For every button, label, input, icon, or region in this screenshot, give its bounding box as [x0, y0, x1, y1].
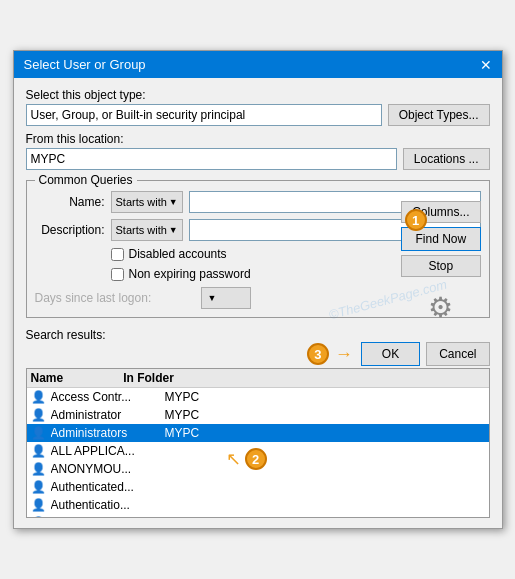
disabled-label: Disabled accounts: [129, 247, 227, 261]
results-list[interactable]: Name In Folder 👤 Access Contr... MYPC 👤 …: [26, 368, 490, 518]
ok-cancel-row: 3 → OK Cancel: [307, 342, 490, 366]
locations-button[interactable]: Locations ...: [403, 148, 490, 170]
table-row[interactable]: 👤 Administrators MYPC: [27, 424, 489, 442]
user-icon: 👤: [31, 461, 47, 477]
common-queries-group: Common Queries Name: Starts with ▼ Descr…: [26, 180, 490, 318]
gear-icon: ⚙: [428, 291, 453, 324]
description-label: Description:: [35, 223, 105, 237]
results-columns: Name In Folder: [27, 369, 489, 388]
user-icon: 👤: [31, 515, 47, 518]
user-icon: 👤: [31, 389, 47, 405]
non-expiring-label: Non expiring password: [129, 267, 251, 281]
user-icon: 👤: [31, 425, 47, 441]
search-results-label: Search results:: [26, 328, 490, 342]
user-icon: 👤: [31, 407, 47, 423]
callout-2: 2: [245, 448, 267, 470]
result-name: Access Contr...: [51, 390, 161, 404]
dialog-body: Select this object type: Object Types...…: [14, 78, 502, 528]
disabled-checkbox[interactable]: [111, 248, 124, 261]
name-dropdown[interactable]: Starts with ▼: [111, 191, 183, 213]
title-bar: Select User or Group ✕: [14, 51, 502, 78]
search-results-section: Search results: 3 → OK Cancel Name In Fo…: [26, 324, 490, 518]
callout-1-container: 1: [405, 209, 427, 231]
object-type-row: Object Types...: [26, 104, 490, 126]
table-row[interactable]: 👤 Backup Oper... MYPC: [27, 514, 489, 518]
result-name: Administrator: [51, 408, 161, 422]
callout-2-container: ↖ 2: [226, 448, 267, 470]
result-name: Authenticatio...: [51, 498, 161, 512]
col-name: Name: [31, 371, 64, 385]
ok-button[interactable]: OK: [361, 342, 420, 366]
object-type-section: Select this object type: Object Types...: [26, 88, 490, 126]
object-type-input[interactable]: [26, 104, 382, 126]
name-dropdown-arrow: ▼: [169, 197, 178, 207]
desc-dropdown-arrow: ▼: [169, 225, 178, 235]
close-button[interactable]: ✕: [480, 58, 492, 72]
table-row[interactable]: 👤 Authenticated...: [27, 478, 489, 496]
object-types-button[interactable]: Object Types...: [388, 104, 490, 126]
user-icon: 👤: [31, 497, 47, 513]
result-name: Authenticated...: [51, 480, 161, 494]
callout-3: 3: [307, 343, 329, 365]
days-dropdown-arrow: ▼: [208, 293, 217, 303]
table-row[interactable]: 👤 Access Contr... MYPC: [27, 388, 489, 406]
select-user-dialog: Select User or Group ✕ Select this objec…: [13, 50, 503, 529]
non-expiring-checkbox[interactable]: [111, 268, 124, 281]
object-type-label: Select this object type:: [26, 88, 490, 102]
results-header-row: 3 → OK Cancel: [26, 342, 490, 366]
user-icon: 👤: [31, 479, 47, 495]
table-row[interactable]: 👤 Authenticatio...: [27, 496, 489, 514]
result-name: Backup Oper...: [51, 516, 161, 518]
name-label: Name:: [35, 195, 105, 209]
arrow-2-icon: ↖: [226, 448, 241, 470]
callout-1: 1: [405, 209, 427, 231]
result-name: ALL APPLICA...: [51, 444, 161, 458]
col-folder: In Folder: [123, 371, 174, 385]
location-row: Locations ...: [26, 148, 490, 170]
cancel-button[interactable]: Cancel: [426, 342, 489, 366]
result-folder: MYPC: [165, 408, 200, 422]
table-row[interactable]: 👤 Administrator MYPC: [27, 406, 489, 424]
desc-dropdown[interactable]: Starts with ▼: [111, 219, 183, 241]
result-folder: MYPC: [165, 516, 200, 518]
result-name: Administrators: [51, 426, 161, 440]
location-section: From this location: Locations ...: [26, 132, 490, 170]
result-folder: MYPC: [165, 390, 200, 404]
arrow-ok-icon: →: [335, 344, 353, 365]
days-label: Days since last logon:: [35, 291, 195, 305]
location-input[interactable]: [26, 148, 397, 170]
days-dropdown[interactable]: ▼: [201, 287, 251, 309]
user-icon: 👤: [31, 443, 47, 459]
common-queries-tab[interactable]: Common Queries: [35, 173, 137, 187]
location-label: From this location:: [26, 132, 490, 146]
result-name: ANONYMOU...: [51, 462, 161, 476]
stop-button[interactable]: Stop: [401, 255, 480, 277]
dialog-title: Select User or Group: [24, 57, 146, 72]
result-folder: MYPC: [165, 426, 200, 440]
gear-icon-area: ⚙: [401, 291, 480, 324]
